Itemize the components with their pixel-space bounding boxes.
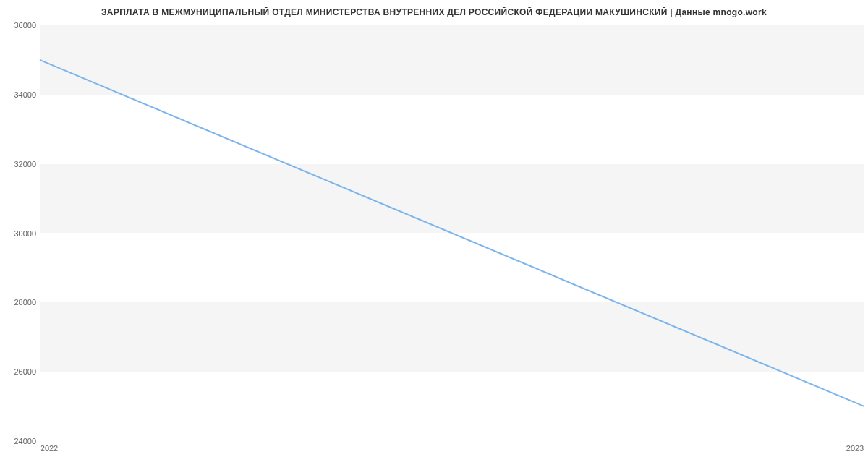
x-tick-label: 2023 [846,444,864,453]
y-tick-label: 34000 [6,90,36,99]
y-tick-label: 24000 [6,437,36,445]
y-tick-label: 26000 [6,367,36,376]
y-tick-label: 30000 [6,229,36,238]
y-tick-label: 32000 [6,160,36,168]
x-tick-label: 2022 [41,444,58,453]
chart-container: ЗАРПЛАТА В МЕЖМУНИЦИПАЛЬНЫЙ ОТДЕЛ МИНИСТ… [0,0,868,470]
line-series [40,25,864,441]
plot-area [40,25,864,441]
y-tick-label: 36000 [6,21,36,30]
y-tick-label: 28000 [6,298,36,307]
chart-title: ЗАРПЛАТА В МЕЖМУНИЦИПАЛЬНЫЙ ОТДЕЛ МИНИСТ… [0,0,868,17]
